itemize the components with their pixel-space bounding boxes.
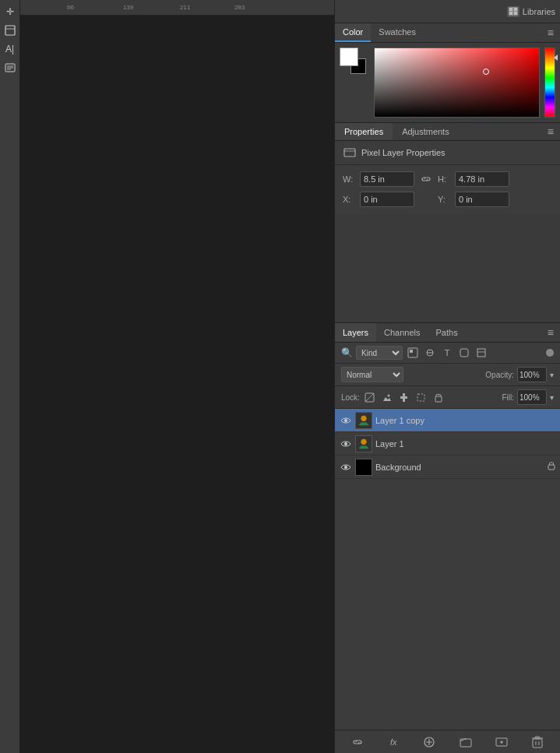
- svg-rect-8: [514, 8, 517, 11]
- svg-rect-7: [509, 8, 512, 11]
- x-input[interactable]: [360, 192, 414, 207]
- background-visibility[interactable]: [340, 461, 352, 473]
- fx-label: fx: [390, 737, 397, 747]
- tab-color[interactable]: Color: [335, 23, 371, 42]
- layers-new-group-btn[interactable]: [457, 734, 474, 751]
- svg-rect-9: [509, 12, 512, 15]
- layer-item-1[interactable]: Layer 1: [335, 432, 560, 456]
- layer-1-visibility[interactable]: [340, 438, 352, 450]
- filter-adjust-btn[interactable]: [423, 346, 437, 360]
- filter-kind-select[interactable]: Kind: [356, 346, 403, 360]
- layer-copy-visibility[interactable]: [340, 414, 352, 427]
- props-row-xy: X: Y:: [343, 192, 552, 207]
- main-canvas[interactable]: [20, 16, 334, 753]
- layers-list: Layer 1 copy Layer 1: [335, 409, 560, 730]
- color-cursor: [483, 69, 489, 75]
- props-row-wh: W: H:: [343, 171, 552, 187]
- properties-panel: Properties Adjustments ≡ Pixel Layer Pro…: [335, 123, 560, 323]
- svg-rect-31: [548, 465, 555, 470]
- h-input[interactable]: [455, 171, 509, 187]
- layers-link-btn[interactable]: [349, 734, 366, 751]
- left-toolbar: ✛ A|: [0, 0, 20, 753]
- lock-position-btn[interactable]: [397, 390, 411, 404]
- opacity-dropdown-arrow[interactable]: ▾: [550, 371, 554, 379]
- tab-paths[interactable]: Paths: [428, 323, 466, 342]
- svg-rect-16: [460, 349, 468, 357]
- libraries-button[interactable]: Libraries: [507, 6, 555, 17]
- fill-label: Fill:: [502, 393, 514, 402]
- filter-pixel-btn[interactable]: [406, 346, 420, 360]
- color-panel-options[interactable]: ≡: [541, 23, 560, 42]
- color-boxes: [340, 48, 369, 77]
- svg-point-27: [344, 442, 347, 445]
- lock-artboard-btn[interactable]: [414, 390, 428, 404]
- layers-fx-btn[interactable]: fx: [385, 734, 402, 751]
- filter-search-icon: 🔍: [341, 347, 353, 358]
- props-title: Pixel Layer Properties: [361, 148, 446, 157]
- filter-type-btn[interactable]: T: [440, 346, 454, 360]
- y-input[interactable]: [455, 192, 509, 207]
- tab-swatches[interactable]: Swatches: [371, 23, 424, 42]
- layers-delete-btn[interactable]: [529, 734, 546, 751]
- opacity-input[interactable]: [517, 367, 547, 382]
- svg-rect-17: [477, 349, 485, 357]
- tab-layers[interactable]: Layers: [335, 323, 376, 342]
- layer-1-name: Layer 1: [375, 439, 555, 449]
- text-tool[interactable]: A|: [2, 40, 19, 58]
- svg-point-29: [361, 438, 366, 444]
- color-picker-area: [335, 43, 560, 122]
- lock-transparent-btn[interactable]: [363, 390, 377, 404]
- svg-rect-37: [535, 737, 540, 738]
- h-label: H:: [438, 174, 449, 184]
- svg-point-26: [361, 415, 366, 420]
- background-lock-icon: [548, 461, 555, 473]
- layers-tabs: Layers Channels Paths ≡: [335, 323, 560, 343]
- background-thumb: [355, 459, 372, 476]
- svg-line-20: [365, 393, 374, 402]
- right-panel: Libraries Color Swatches ≡: [334, 0, 560, 753]
- svg-rect-23: [435, 396, 442, 402]
- tab-channels[interactable]: Channels: [376, 323, 428, 342]
- libraries-label: Libraries: [523, 7, 555, 16]
- fill-input[interactable]: [517, 389, 547, 405]
- blend-mode-select[interactable]: Normal: [341, 367, 403, 382]
- w-input[interactable]: [360, 171, 414, 187]
- svg-rect-14: [410, 350, 413, 353]
- layers-menu-btn[interactable]: ≡: [541, 326, 560, 339]
- opacity-label: Opacity:: [485, 371, 514, 379]
- filter-toggle-circle[interactable]: [546, 349, 554, 357]
- layers-new-fill-btn[interactable]: [421, 734, 438, 751]
- layer-item-copy[interactable]: Layer 1 copy: [335, 409, 560, 432]
- svg-rect-22: [417, 394, 424, 401]
- svg-rect-35: [533, 739, 542, 748]
- filter-shape-btn[interactable]: [457, 346, 471, 360]
- background-layer-name: Background: [375, 463, 544, 472]
- color-panel-tabs: Color Swatches ≡: [335, 23, 560, 43]
- tab-properties[interactable]: Properties: [335, 123, 393, 140]
- move-tool[interactable]: ✛: [2, 3, 19, 20]
- props-fields: W: H: X: Y:: [335, 165, 560, 213]
- lock-all-btn[interactable]: [431, 390, 446, 404]
- layers-new-layer-btn[interactable]: [493, 734, 510, 751]
- x-label: X:: [343, 195, 354, 204]
- link-icon[interactable]: [421, 174, 431, 185]
- svg-point-24: [344, 419, 347, 422]
- svg-rect-11: [344, 149, 355, 157]
- color-gradient[interactable]: [374, 48, 540, 118]
- svg-rect-0: [5, 26, 15, 35]
- foreground-color-box[interactable]: [340, 48, 358, 66]
- select-tool[interactable]: [2, 22, 19, 39]
- filter-smart-btn[interactable]: [474, 346, 488, 360]
- empty-props-area: [335, 213, 560, 322]
- layers-filter-row: 🔍 Kind T: [335, 343, 560, 364]
- hue-strip[interactable]: [544, 48, 555, 118]
- tab-adjustments[interactable]: Adjustments: [393, 123, 459, 140]
- properties-menu-btn[interactable]: ≡: [541, 125, 560, 138]
- hue-strip-arrow: [554, 55, 558, 61]
- layer-1-thumb: [355, 435, 372, 452]
- paragraph-tool[interactable]: [2, 59, 19, 76]
- pixel-layer-icon: [343, 146, 357, 160]
- layer-item-background[interactable]: Background: [335, 456, 560, 479]
- lock-image-btn[interactable]: [380, 390, 394, 404]
- fill-dropdown-arrow[interactable]: ▾: [550, 393, 554, 402]
